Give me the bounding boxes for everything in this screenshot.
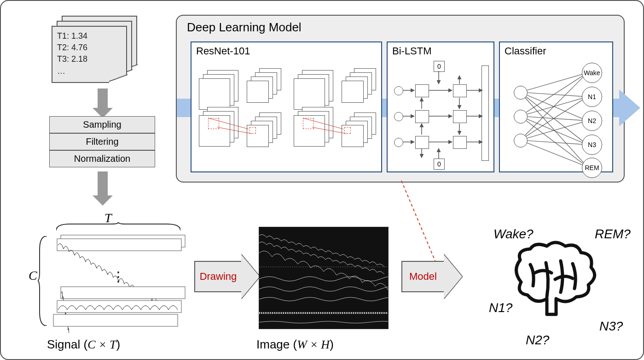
svg-line-2 [312, 127, 347, 134]
raw-data-line: T1: 1.34 [57, 30, 87, 42]
pipeline-diagram-frame: T1: 1.34 T2: 4.76 T3: 2.18 … Sampling Fi… [0, 0, 644, 360]
svg-rect-42 [53, 314, 178, 326]
question-n2: N2? [526, 333, 549, 348]
svg-line-0 [217, 127, 252, 134]
raw-data-card-front: T1: 1.34 T2: 4.76 T3: 2.18 … [52, 26, 127, 83]
classifier-panel: Classifier [499, 41, 613, 172]
bilstm-panel: Bi-LSTM 0 0 [387, 41, 494, 172]
bilstm-fwd-cell [415, 84, 429, 97]
preproc-sampling: Sampling [49, 116, 155, 133]
classifier-output-n3: N3 [582, 135, 602, 155]
bilstm-input-3 [394, 138, 403, 147]
signal-channels: ⋮ [52, 231, 190, 333]
signal-caption-suffix: ) [116, 337, 121, 351]
signal-caption-prefix: Signal ( [47, 337, 87, 351]
arrow-preproc-to-signal-stem [98, 171, 108, 197]
svg-rect-38 [57, 239, 181, 251]
arrow-data-to-preproc-stem [98, 89, 108, 110]
resnet-projection-lines-a [199, 70, 286, 162]
svg-rect-40 [61, 287, 185, 299]
image-channels [259, 227, 388, 329]
signal-caption: Signal (C × T) [47, 337, 120, 352]
classifier-input-node [514, 86, 528, 100]
bilstm-input-1 [394, 86, 403, 95]
flow-arrow-drawing: Drawing [194, 262, 260, 291]
resnet-panel: ResNet-101 [191, 41, 382, 172]
bilstm-arrows [388, 42, 493, 171]
question-rem: REM? [595, 227, 631, 242]
image-caption: Image (W × H) [256, 337, 334, 352]
image-caption-prefix: Image ( [256, 337, 297, 351]
bilstm-bwd-cell [453, 136, 467, 149]
bilstm-fwd-cell [415, 136, 429, 149]
classifier-output-n2: N2 [582, 111, 602, 131]
svg-line-31 [520, 73, 587, 140]
classifier-output-wake: Wake [582, 63, 602, 83]
brace-T [56, 222, 180, 231]
signal-caption-expr: C × T [87, 338, 116, 351]
flow-arrow-model: Model [401, 262, 462, 291]
signal-channel-stack: ⋮ [38, 213, 194, 328]
bilstm-fwd-cell [415, 110, 429, 123]
bilstm-bwd-cell [453, 110, 467, 123]
question-n1: N1? [489, 301, 512, 315]
svg-line-3 [303, 118, 343, 129]
raw-data-line: T2: 4.76 [57, 42, 87, 53]
deep-learning-panel: Deep Learning Model ResNet-101 [176, 15, 625, 183]
dl-panel-title: Deep Learning Model [187, 20, 302, 35]
raw-data-line: T3: 2.18 [57, 53, 87, 65]
svg-line-1 [208, 118, 249, 129]
resnet-title: ResNet-101 [196, 45, 250, 57]
flow-arrow-model-label: Model [401, 261, 445, 292]
question-n3: N3? [599, 319, 623, 334]
svg-line-36 [401, 181, 438, 268]
raw-data-stack: T1: 1.34 T2: 4.76 T3: 2.18 … [52, 16, 134, 80]
classifier-input-node [514, 110, 528, 124]
brace-C [38, 236, 48, 326]
preproc-filtering: Filtering [49, 133, 155, 150]
classifier-output-n1: N1 [582, 87, 602, 107]
svg-rect-41 [57, 301, 181, 313]
svg-line-21 [520, 73, 587, 92]
image-caption-expr: W × H [297, 338, 330, 351]
classifier-input-node [514, 134, 528, 148]
arrow-preproc-to-signal-head [93, 195, 113, 206]
brain-icon [507, 241, 599, 319]
preproc-normalization: Normalization [49, 150, 155, 167]
bilstm-input-2 [394, 112, 403, 121]
image-caption-suffix: ) [330, 337, 334, 351]
signal-C-label: C [29, 268, 37, 283]
svg-text:⋮: ⋮ [111, 269, 125, 284]
question-wake: Wake? [493, 227, 534, 242]
resnet-projection-lines-b [294, 70, 381, 162]
image-block [259, 227, 389, 329]
raw-data-line: … [57, 65, 87, 77]
classifier-output-rem: REM [582, 158, 602, 178]
svg-line-26 [520, 73, 587, 116]
raw-data-text: T1: 1.34 T2: 4.76 T3: 2.18 … [57, 30, 87, 77]
flow-arrow-drawing-label: Drawing [194, 261, 242, 292]
bilstm-bwd-cell [453, 84, 467, 97]
preprocessing-stack: Sampling Filtering Normalization [49, 116, 155, 167]
